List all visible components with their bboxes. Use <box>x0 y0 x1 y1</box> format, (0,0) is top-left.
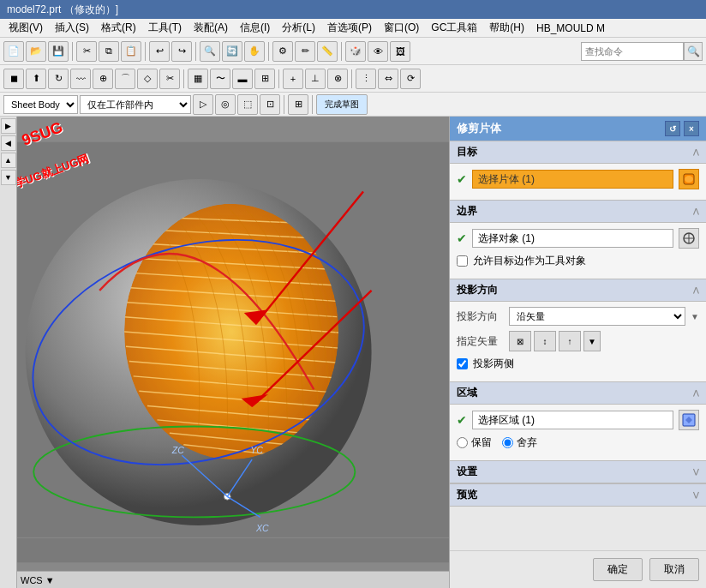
measure-btn[interactable]: 📏 <box>317 41 338 62</box>
menu-info[interactable]: 信息(I) <box>235 19 275 37</box>
filter-btn[interactable]: ▷ <box>193 94 213 115</box>
feature-btn[interactable]: ⚙ <box>272 41 293 62</box>
preview-collapse-icon[interactable]: ⋁ <box>693 491 699 499</box>
surface-btn[interactable]: ▦ <box>188 69 208 89</box>
extrude-btn[interactable]: ⬆ <box>26 69 46 89</box>
menu-gc-toolbox[interactable]: GC工具箱 <box>426 19 482 37</box>
body-type-dropdown[interactable]: Sheet Body Solid Body Wire Body <box>3 95 78 114</box>
confirm-button[interactable]: 确定 <box>593 558 643 581</box>
search-input[interactable] <box>581 42 684 61</box>
sweep-btn[interactable]: 〰 <box>70 69 91 89</box>
solid-btn[interactable]: ◼ <box>3 69 24 89</box>
viewport[interactable]: 9SUG 学UG就上UG网 <box>17 117 449 588</box>
sep10 <box>312 95 313 114</box>
redo-btn[interactable]: ↪ <box>171 41 192 62</box>
pattern-btn[interactable]: ⋮ <box>356 69 376 89</box>
select-btn[interactable]: ◎ <box>215 94 236 115</box>
offset-btn[interactable]: ⊞ <box>254 69 275 89</box>
select-body-check: ✔ <box>457 172 467 186</box>
work-part-dropdown[interactable]: 仅在工作部件内 整个装配 <box>80 95 191 114</box>
target-section-header[interactable]: 目标 ⋀ <box>450 141 706 164</box>
boundary-section-header[interactable]: 边界 ⋀ <box>450 200 706 223</box>
left-btn-2[interactable]: ◀ <box>1 135 16 151</box>
region-collapse-icon[interactable]: ⋀ <box>693 389 699 397</box>
left-btn-3[interactable]: ▲ <box>1 153 16 168</box>
menu-insert[interactable]: 插入(S) <box>50 19 94 37</box>
pan-btn[interactable]: ✋ <box>244 41 265 62</box>
menu-hb-mould[interactable]: HB_MOULD M <box>531 21 610 36</box>
rotate-btn[interactable]: 🔄 <box>222 41 242 62</box>
menu-view[interactable]: 视图(V) <box>3 19 48 37</box>
select-object-field[interactable]: 选择对象 (1) <box>472 229 673 248</box>
vec-btn-3[interactable]: ↑ <box>559 331 581 351</box>
cancel-button[interactable]: 取消 <box>649 558 699 581</box>
boundary-collapse-icon[interactable]: ⋀ <box>693 207 699 215</box>
projection-collapse-icon[interactable]: ⋀ <box>693 286 699 294</box>
trim-btn[interactable]: ✂ <box>159 69 180 89</box>
cut-btn[interactable]: ✂ <box>76 41 97 62</box>
datum-btn[interactable]: + <box>283 69 303 89</box>
nurbs-btn[interactable]: 〜 <box>210 69 230 89</box>
discard-option[interactable]: 舍弃 <box>502 435 537 450</box>
csys-btn[interactable]: ⊗ <box>327 69 348 89</box>
menu-analysis[interactable]: 分析(L) <box>277 19 320 37</box>
keep-option[interactable]: 保留 <box>457 435 492 450</box>
menu-help[interactable]: 帮助(H) <box>484 19 530 37</box>
snap-btn[interactable]: ⊞ <box>288 94 308 115</box>
menu-window[interactable]: 窗口(O) <box>379 19 424 37</box>
settings-collapse-icon[interactable]: ⋁ <box>693 468 699 476</box>
copy-btn[interactable]: ⧉ <box>99 41 119 62</box>
revolve-btn[interactable]: ↻ <box>48 69 69 89</box>
transform-btn[interactable]: ⟳ <box>400 69 421 89</box>
search-button[interactable]: 🔍 <box>684 42 703 61</box>
select-object-target-btn[interactable] <box>679 228 699 249</box>
undo-btn[interactable]: ↩ <box>149 41 170 62</box>
left-btn-1[interactable]: ▶ <box>1 118 16 134</box>
select-region-label: 选择区域 (1) <box>478 413 535 428</box>
region-section-header[interactable]: 区域 ⋀ <box>450 381 706 405</box>
proj-dir-label: 投影方向 <box>457 309 504 324</box>
proj-both-checkbox[interactable] <box>457 358 468 369</box>
vec-dropdown-btn[interactable]: ▼ <box>583 331 601 351</box>
view3d-btn[interactable]: 🎲 <box>345 41 366 62</box>
panel-refresh-btn[interactable]: ↺ <box>665 121 680 136</box>
paste-btn[interactable]: 📋 <box>121 41 141 62</box>
vec-btn-2[interactable]: ↕ <box>534 331 556 351</box>
chamfer-btn[interactable]: ◇ <box>137 69 158 89</box>
panel-close-btn[interactable]: × <box>684 121 699 136</box>
thicken-btn[interactable]: ▬ <box>232 69 253 89</box>
sketch-done-btn[interactable]: 完成草图 <box>316 94 368 115</box>
settings-section-header[interactable]: 设置 ⋁ <box>450 460 706 483</box>
keep-radio[interactable] <box>457 437 468 448</box>
select-body-field[interactable]: 选择片体 (1) <box>472 170 673 189</box>
render-btn[interactable]: 🖼 <box>390 41 410 62</box>
preview-section-header[interactable]: 预览 ⋁ <box>450 483 706 507</box>
menu-preferences[interactable]: 首选项(P) <box>322 19 377 37</box>
sketch-btn[interactable]: ✏ <box>295 41 315 62</box>
allow-target-checkbox[interactable] <box>457 255 468 267</box>
proj-dir-select[interactable]: 沿矢量 面法向 视图 <box>509 307 685 326</box>
new-btn[interactable]: 📄 <box>3 41 24 62</box>
save-btn[interactable]: 💾 <box>48 41 69 62</box>
zoom-btn[interactable]: 🔍 <box>200 41 220 62</box>
vec-btn-1[interactable]: ⊠ <box>509 331 531 351</box>
display-btn[interactable]: 👁 <box>368 41 388 62</box>
menu-assembly[interactable]: 装配(A) <box>188 19 233 37</box>
boolean-btn[interactable]: ⊕ <box>93 69 113 89</box>
select-body-btn[interactable] <box>679 169 699 189</box>
discard-radio[interactable] <box>502 437 513 448</box>
axis-btn[interactable]: ⊥ <box>305 69 326 89</box>
mirror-btn[interactable]: ⇔ <box>378 69 398 89</box>
quick-pick-btn[interactable]: ⊡ <box>260 94 280 115</box>
deselect-btn[interactable]: ⬚ <box>237 94 258 115</box>
menu-tools[interactable]: 工具(T) <box>143 19 187 37</box>
menu-format[interactable]: 格式(R) <box>96 19 141 37</box>
target-collapse-icon[interactable]: ⋀ <box>693 148 699 156</box>
svg-point-4 <box>124 204 338 459</box>
fillet-btn[interactable]: ⌒ <box>115 69 135 89</box>
open-btn[interactable]: 📂 <box>26 41 46 62</box>
projection-section-header[interactable]: 投影方向 ⋀ <box>450 279 706 302</box>
left-btn-4[interactable]: ▼ <box>1 170 16 185</box>
select-region-btn[interactable] <box>679 410 699 430</box>
select-region-field[interactable]: 选择区域 (1) <box>472 411 673 429</box>
